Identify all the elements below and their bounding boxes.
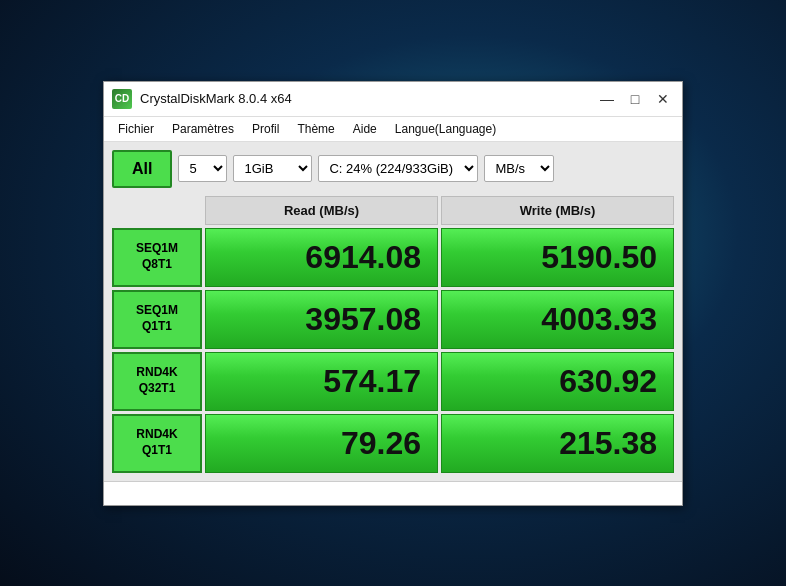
menu-langue[interactable]: Langue(Language) — [387, 119, 504, 139]
result-seq1m-q1t1-read: 3957.08 — [205, 290, 438, 349]
size-select[interactable]: 1GiB 512MiB 2GiB — [233, 155, 312, 182]
results-grid: Read (MB/s) Write (MB/s) SEQ1M Q8T1 6914… — [112, 196, 674, 473]
content-area: All 5 1 3 10 1GiB 512MiB 2GiB C: 24% (22… — [104, 142, 682, 481]
count-select[interactable]: 5 1 3 10 — [178, 155, 227, 182]
minimize-button[interactable]: — — [596, 88, 618, 110]
window-controls: — □ ✕ — [596, 88, 674, 110]
result-seq1m-q1t1-write: 4003.93 — [441, 290, 674, 349]
result-seq1m-q8t1-write: 5190.50 — [441, 228, 674, 287]
drive-select[interactable]: C: 24% (224/933GiB) — [318, 155, 478, 182]
result-rnd4k-q32t1-read: 574.17 — [205, 352, 438, 411]
row-label-rnd4k-q32t1: RND4K Q32T1 — [112, 352, 202, 411]
all-button[interactable]: All — [112, 150, 172, 188]
window-title: CrystalDiskMark 8.0.4 x64 — [140, 91, 596, 106]
menu-theme[interactable]: Thème — [289, 119, 342, 139]
title-bar: CD CrystalDiskMark 8.0.4 x64 — □ ✕ — [104, 82, 682, 117]
result-rnd4k-q1t1-read: 79.26 — [205, 414, 438, 473]
row-label-seq1m-q8t1: SEQ1M Q8T1 — [112, 228, 202, 287]
result-seq1m-q8t1-read: 6914.08 — [205, 228, 438, 287]
menu-aide[interactable]: Aide — [345, 119, 385, 139]
row-label-rnd4k-q1t1: RND4K Q1T1 — [112, 414, 202, 473]
unit-select[interactable]: MB/s GB/s IOPS μs — [484, 155, 554, 182]
app-icon-label: CD — [115, 93, 129, 104]
menu-parametres[interactable]: Paramètres — [164, 119, 242, 139]
app-icon: CD — [112, 89, 132, 109]
main-window: CD CrystalDiskMark 8.0.4 x64 — □ ✕ Fichi… — [103, 81, 683, 506]
header-empty — [112, 196, 202, 225]
result-rnd4k-q32t1-write: 630.92 — [441, 352, 674, 411]
close-button[interactable]: ✕ — [652, 88, 674, 110]
menu-profil[interactable]: Profil — [244, 119, 287, 139]
menu-bar: Fichier Paramètres Profil Thème Aide Lan… — [104, 117, 682, 142]
row-label-seq1m-q1t1: SEQ1M Q1T1 — [112, 290, 202, 349]
header-write: Write (MB/s) — [441, 196, 674, 225]
status-bar — [104, 481, 682, 505]
toolbar: All 5 1 3 10 1GiB 512MiB 2GiB C: 24% (22… — [112, 150, 674, 188]
menu-fichier[interactable]: Fichier — [110, 119, 162, 139]
header-read: Read (MB/s) — [205, 196, 438, 225]
maximize-button[interactable]: □ — [624, 88, 646, 110]
result-rnd4k-q1t1-write: 215.38 — [441, 414, 674, 473]
